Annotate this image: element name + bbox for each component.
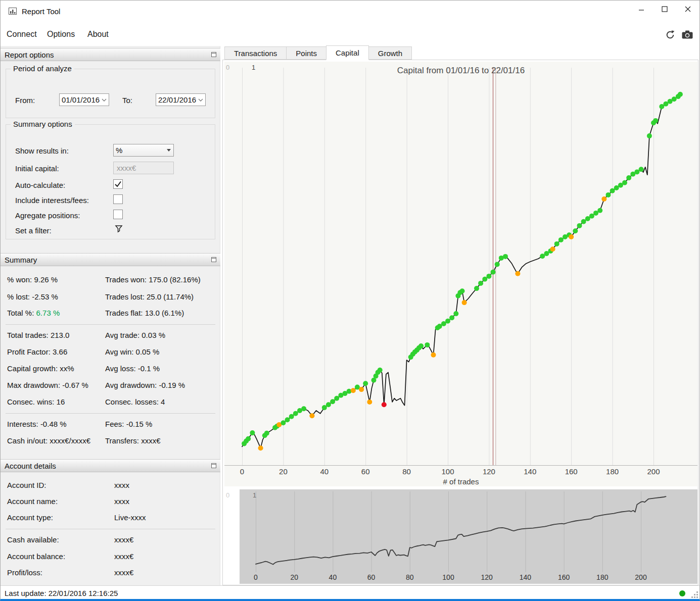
x-tick-label: 200 — [635, 573, 647, 581]
tab-points[interactable]: Points — [286, 46, 326, 60]
aggregate-positions-checkbox[interactable] — [113, 210, 123, 219]
trade-marker-g — [293, 411, 298, 416]
summary-row: Interests: -0.48 % Fees: -0.15 % — [7, 420, 215, 428]
left-panel: Report options Period of analyze From: 0… — [1, 46, 220, 585]
tab-transactions[interactable]: Transactions — [224, 46, 287, 60]
trade-marker-g — [597, 208, 602, 213]
account-details-title: Account details — [5, 462, 56, 470]
summary-row: Total trades: 213.0 Avg trade: 0.03 % — [7, 331, 215, 339]
initial-capital-input[interactable]: xxxx€ — [113, 162, 174, 174]
trade-marker-g — [289, 414, 294, 419]
summary-row: Cash in/out: xxxx€/xxxx€ Transfers: xxxx… — [7, 436, 215, 445]
x-tick-label: 140 — [524, 467, 536, 476]
trade-marker-g — [577, 223, 582, 228]
float-panel-icon[interactable] — [211, 257, 216, 262]
float-panel-icon[interactable] — [211, 52, 216, 57]
capital-chart-plot[interactable]: 020406080100120140160180200# of trades01 — [224, 62, 697, 486]
trade-marker-o — [309, 413, 314, 418]
account-row: Profit/loss:xxxx€ — [7, 568, 215, 577]
filter-icon[interactable] — [115, 225, 123, 233]
trade-marker-o — [367, 399, 372, 405]
account-row: Account type:Live-xxxx — [7, 513, 215, 522]
trade-marker-o — [601, 196, 606, 202]
screenshot-camera-icon[interactable] — [681, 29, 693, 41]
navigator-plot[interactable]: 02040608010012014016018020001 — [224, 489, 697, 584]
separator — [6, 529, 215, 529]
trade-marker-g — [250, 430, 255, 435]
trade-marker-g — [460, 288, 465, 293]
trade-marker-g — [639, 167, 644, 172]
plot-background — [224, 489, 697, 584]
trade-marker-g — [264, 431, 269, 436]
trade-marker-g — [503, 254, 508, 259]
connection-status-dot — [679, 590, 685, 596]
include-fees-checkbox[interactable] — [113, 194, 123, 204]
maximize-button[interactable] — [653, 1, 676, 18]
set-filter-label: Set a filter: — [15, 226, 52, 235]
last-update-text: Last update: 22/01/2016 12:16:25 — [5, 589, 118, 597]
refresh-icon[interactable] — [664, 29, 676, 41]
menu-about[interactable]: About — [85, 29, 111, 40]
show-results-select[interactable]: % — [113, 144, 174, 157]
initial-capital-value: xxxx€ — [117, 164, 136, 172]
x-tick-label: 100 — [441, 467, 454, 476]
app-icon — [8, 7, 17, 16]
menu-options[interactable]: Options — [45, 29, 77, 40]
x-tick-label: 140 — [520, 573, 532, 581]
trade-marker-g — [246, 436, 251, 441]
x-tick-label: 60 — [367, 573, 376, 581]
summary-header: Summary — [1, 253, 220, 266]
trade-marker-r — [382, 402, 387, 407]
x-tick-label: 20 — [279, 467, 288, 476]
summary-options-legend: Summary options — [11, 120, 75, 128]
x-tick-label: 180 — [606, 467, 619, 476]
x-tick-label: 160 — [565, 467, 578, 476]
float-panel-icon[interactable] — [211, 463, 216, 468]
account-row: Account balance:xxxx€ — [7, 552, 215, 561]
tab-growth[interactable]: Growth — [368, 46, 412, 60]
to-date-value: 22/01/2016 — [158, 95, 197, 104]
x-tick-label: 40 — [329, 573, 337, 581]
trade-marker-g — [285, 417, 290, 422]
x-tick-label: 0 — [240, 467, 244, 476]
separator — [6, 413, 215, 414]
x-tick-label: 20 — [290, 573, 298, 581]
trade-marker-g — [606, 192, 611, 197]
close-button[interactable] — [676, 1, 699, 18]
menubar: Connect Options About — [1, 23, 699, 46]
trade-marker-g — [449, 315, 454, 320]
chart-navigator[interactable]: 02040608010012014016018020001 — [224, 489, 697, 584]
x-tick-label: 60 — [361, 467, 370, 476]
resize-grip[interactable] — [691, 591, 698, 598]
trade-marker-g — [301, 406, 306, 411]
period-legend: Period of analyze — [11, 64, 74, 73]
from-date-select[interactable]: 01/01/2016 — [59, 93, 109, 106]
trade-marker-g — [326, 402, 331, 407]
auto-calculate-checkbox[interactable] — [113, 179, 123, 189]
tab-capital[interactable]: Capital — [326, 45, 369, 60]
x-tick-label: 100 — [442, 573, 454, 581]
minimize-button[interactable] — [630, 1, 653, 18]
summary-options-groupbox: Summary options Show results in: % Initi… — [6, 124, 215, 239]
from-date-value: 01/01/2016 — [62, 95, 101, 104]
capital-chart[interactable]: Capital from 01/01/16 to 22/01/16 020406… — [224, 62, 697, 486]
from-label: From: — [15, 96, 35, 105]
chevron-down-icon — [102, 98, 107, 102]
trade-marker-g — [589, 214, 594, 219]
trade-marker-g — [653, 118, 658, 123]
trade-marker-g — [491, 270, 496, 275]
summary-title: Summary — [5, 256, 37, 264]
trade-marker-g — [425, 342, 430, 347]
summary-row: Total %: 6.73 % Trades flat: 13.0 (6.1%) — [7, 309, 215, 317]
summary-row: % lost: -2.53 % Trades lost: 25.0 (11.74… — [7, 292, 215, 301]
to-date-select[interactable]: 22/01/2016 — [156, 93, 206, 106]
summary-row: Capital growth: xx% Avg loss: -0.1 % — [7, 364, 215, 373]
menu-connect[interactable]: Connect — [5, 29, 39, 40]
statusbar: Last update: 22/01/2016 12:16:25 — [1, 585, 699, 599]
trade-marker-g — [626, 175, 631, 180]
trade-marker-o — [569, 234, 574, 239]
trade-marker-g — [453, 311, 458, 316]
x-axis-label: # of trades — [443, 477, 479, 486]
trade-marker-o — [351, 388, 356, 393]
summary-row: % won: 9.26 % Trades won: 175.0 (82.16%) — [7, 275, 215, 284]
